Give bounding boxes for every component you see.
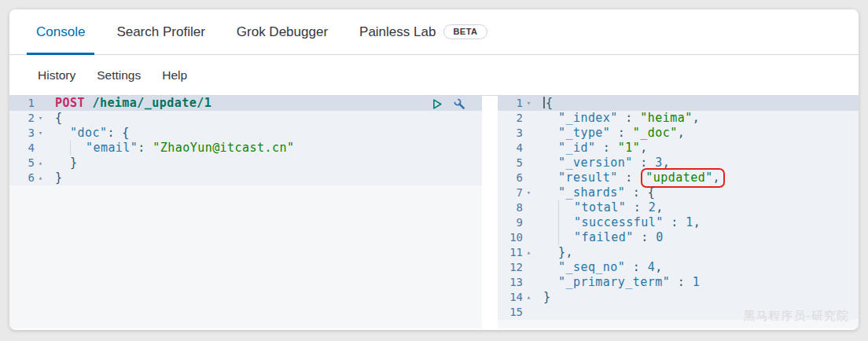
fold-toggle-icon[interactable]: ▴ [35, 156, 46, 170]
code-token: : [625, 185, 647, 200]
code-token: : [625, 260, 647, 274]
code-token [543, 230, 558, 244]
code-token: POST [55, 96, 85, 110]
code-line: 13 "_primary_term" : 1 [498, 275, 859, 290]
code-token: , [693, 111, 700, 125]
request-options-button[interactable] [453, 97, 466, 111]
code-token: "_type" [558, 126, 610, 140]
code-token: 1 [686, 215, 693, 229]
fold-toggle-icon[interactable]: ▾ [35, 126, 46, 141]
code-token: "_seq_no" [558, 260, 625, 274]
code-token: { [55, 111, 62, 125]
code-line-content [535, 305, 859, 320]
code-token: : [595, 141, 617, 155]
code-token [543, 185, 558, 200]
code-token: "total" [574, 200, 626, 214]
code-line-content: "_primary_term" : 1 [535, 275, 859, 290]
tab-grok-debugger[interactable]: Grok Debugger [227, 9, 337, 54]
send-request-button[interactable] [430, 97, 443, 111]
code-line: 5▴ } [9, 156, 482, 170]
line-number: 3 [9, 126, 35, 141]
dev-tools-panel: ConsoleSearch ProfilerGrok DebuggerPainl… [9, 9, 859, 330]
response-code: 1▾{2 "_index" : "heima",3 "_type" : "_do… [498, 96, 859, 320]
line-number: 14 [498, 290, 523, 305]
code-token [543, 260, 558, 274]
code-line-content: } [535, 290, 859, 305]
code-token: }, [558, 245, 573, 259]
code-line: 7▾ "_shards" : { [498, 185, 859, 200]
line-number: 7 [498, 185, 523, 200]
fold-toggle-icon[interactable]: ▴ [523, 245, 535, 260]
fold-spacer [523, 200, 535, 215]
play-icon [430, 97, 443, 111]
code-token: : [626, 200, 648, 214]
line-number: 12 [498, 260, 523, 275]
code-token: { [648, 185, 655, 200]
fold-toggle-icon[interactable]: ▾ [523, 96, 535, 111]
tab-painless-lab[interactable]: Painless LabBETA [350, 9, 496, 54]
code-token [543, 111, 558, 125]
code-token [543, 200, 558, 214]
code-token: : [610, 126, 632, 140]
line-number: 5 [498, 156, 523, 170]
code-token [145, 141, 153, 155]
code-token: } [543, 290, 550, 304]
code-line-content: { [46, 111, 482, 126]
code-line: 10 "failed" : 0 [498, 230, 859, 245]
fold-spacer [35, 96, 46, 111]
code-token [543, 245, 558, 259]
code-line-content: } [46, 156, 482, 170]
fold-toggle-icon[interactable]: ▴ [35, 170, 46, 185]
code-token: "_shards" [558, 185, 625, 200]
request-code: 1POST /heima/_update/12▾{3▾ "doc": {4 "e… [9, 96, 482, 185]
line-number: 2 [9, 111, 35, 126]
code-token: { [546, 96, 553, 110]
code-line: 8 "total" : 2, [498, 200, 859, 215]
code-line: 2 "_index" : "heima", [498, 111, 859, 126]
code-line: 1POST /heima/_update/1 [9, 96, 482, 111]
code-token: "1" [618, 141, 640, 155]
code-line: 4 "email": "ZhaoYun@itcast.cn" [9, 141, 482, 156]
fold-spacer [523, 126, 535, 141]
fold-toggle-icon[interactable]: ▾ [35, 111, 46, 126]
code-token [543, 215, 558, 229]
code-token: , [693, 215, 701, 229]
line-number: 1 [498, 96, 523, 111]
request-editor[interactable]: 1POST /heima/_update/12▾{3▾ "doc": {4 "e… [9, 96, 482, 328]
menu-item-history[interactable]: History [38, 68, 75, 82]
tab-console[interactable]: Console [27, 9, 94, 54]
menu-item-help[interactable]: Help [162, 68, 187, 82]
code-token: "successful" [574, 215, 664, 229]
tab-search-profiler[interactable]: Search Profiler [107, 9, 214, 54]
code-token [543, 126, 558, 140]
code-line: 15 [498, 305, 859, 320]
code-token [85, 96, 92, 110]
code-line-content: { [535, 96, 859, 111]
code-token [55, 141, 70, 155]
code-token: : [634, 230, 656, 244]
fold-toggle-icon[interactable]: ▴ [523, 290, 535, 305]
line-number: 11 [498, 245, 523, 260]
console-menu: HistorySettingsHelp [9, 55, 859, 96]
code-line-content: "total" : 2, [535, 200, 859, 215]
code-token [543, 141, 558, 155]
code-line-content: "failed" : 0 [535, 230, 859, 245]
code-token: "email" [86, 141, 138, 155]
code-token: , [713, 170, 720, 185]
code-token: , [655, 260, 662, 274]
code-line-content: } [46, 170, 482, 185]
code-token: : [664, 215, 686, 229]
code-line-content: }, [535, 245, 859, 260]
text-cursor [543, 97, 545, 108]
fold-toggle-icon[interactable]: ▾ [523, 185, 535, 200]
fold-spacer [523, 141, 535, 156]
code-line: 12 "_seq_no" : 4, [498, 260, 859, 275]
code-line: 1▾{ [498, 96, 859, 111]
code-token: , [656, 200, 663, 214]
panel-divider[interactable] [482, 96, 498, 328]
line-number: 4 [9, 141, 35, 156]
tab-bar: ConsoleSearch ProfilerGrok DebuggerPainl… [9, 9, 859, 55]
code-token [559, 200, 574, 214]
menu-item-settings[interactable]: Settings [97, 68, 141, 82]
response-viewer[interactable]: 1▾{2 "_index" : "heima",3 "_type" : "_do… [498, 96, 859, 328]
